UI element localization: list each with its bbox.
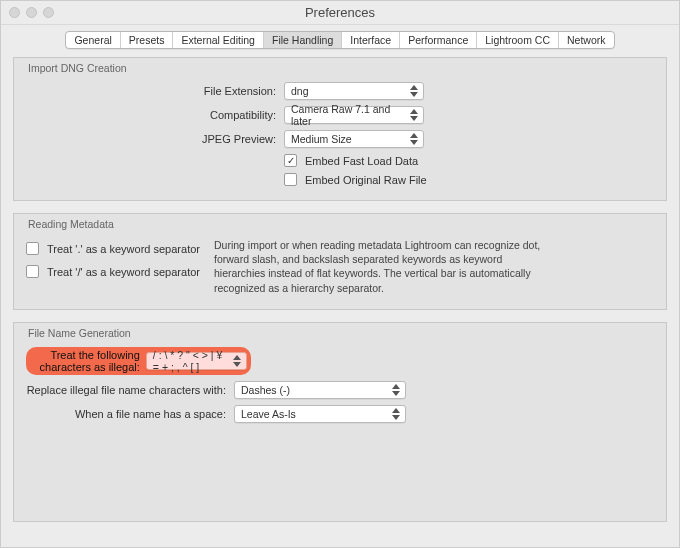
chevron-updown-icon: [407, 108, 421, 122]
chevron-updown-icon: [389, 383, 403, 397]
chevron-updown-icon: [407, 84, 421, 98]
tab-external-editing[interactable]: External Editing: [173, 32, 264, 48]
content-area: Import DNG Creation File Extension: dng …: [1, 49, 679, 530]
compatibility-label: Compatibility:: [26, 109, 276, 121]
close-icon[interactable]: [9, 7, 20, 18]
metadata-help-text: During import or when reading metadata L…: [214, 238, 554, 295]
chevron-updown-icon: [407, 132, 421, 146]
replace-chars-label: Replace illegal file name characters wit…: [26, 384, 226, 396]
treat-dot-checkbox[interactable]: [26, 242, 39, 255]
tab-group: General Presets External Editing File Ha…: [65, 31, 614, 49]
chevron-updown-icon: [389, 407, 403, 421]
file-extension-label: File Extension:: [26, 85, 276, 97]
tab-bar: General Presets External Editing File Ha…: [1, 25, 679, 49]
tab-network[interactable]: Network: [559, 32, 614, 48]
zoom-icon[interactable]: [43, 7, 54, 18]
illegal-chars-value: / : \ * ? " < > | ¥ = + ; , ^ [ ]: [153, 349, 231, 373]
panel-filenames: File Name Generation Treat the following…: [13, 322, 667, 522]
tab-presets[interactable]: Presets: [121, 32, 174, 48]
jpeg-preview-label: JPEG Preview:: [26, 133, 276, 145]
illegal-chars-label: Treat the following characters as illega…: [30, 349, 140, 373]
space-handling-label: When a file name has a space:: [26, 408, 226, 420]
panel-metadata-legend: Reading Metadata: [24, 218, 118, 230]
treat-slash-label: Treat '/' as a keyword separator: [47, 266, 200, 278]
tab-general[interactable]: General: [66, 32, 120, 48]
embed-original-label: Embed Original Raw File: [305, 174, 427, 186]
panel-dng: Import DNG Creation File Extension: dng …: [13, 57, 667, 201]
panel-metadata: Reading Metadata Treat '.' as a keyword …: [13, 213, 667, 310]
compatibility-select[interactable]: Camera Raw 7.1 and later: [284, 106, 424, 124]
panel-filenames-legend: File Name Generation: [24, 327, 135, 339]
tab-performance[interactable]: Performance: [400, 32, 477, 48]
treat-slash-checkbox[interactable]: [26, 265, 39, 278]
jpeg-preview-select[interactable]: Medium Size: [284, 130, 424, 148]
tab-file-handling[interactable]: File Handling: [264, 32, 342, 48]
panel-dng-legend: Import DNG Creation: [24, 62, 131, 74]
illegal-chars-highlight: Treat the following characters as illega…: [26, 347, 251, 375]
window-title: Preferences: [305, 5, 375, 20]
file-extension-select[interactable]: dng: [284, 82, 424, 100]
embed-fast-load-label: Embed Fast Load Data: [305, 155, 418, 167]
chevron-updown-icon: [230, 354, 244, 368]
window-controls: [9, 7, 54, 18]
illegal-chars-select[interactable]: / : \ * ? " < > | ¥ = + ; , ^ [ ]: [146, 352, 248, 370]
minimize-icon[interactable]: [26, 7, 37, 18]
file-extension-value: dng: [291, 85, 309, 97]
space-handling-select[interactable]: Leave As-Is: [234, 405, 406, 423]
space-handling-value: Leave As-Is: [241, 408, 296, 420]
replace-chars-value: Dashes (-): [241, 384, 290, 396]
compatibility-value: Camera Raw 7.1 and later: [291, 103, 407, 127]
embed-fast-load-checkbox[interactable]: [284, 154, 297, 167]
treat-dot-label: Treat '.' as a keyword separator: [47, 243, 200, 255]
preferences-window: Preferences General Presets External Edi…: [0, 0, 680, 548]
tab-interface[interactable]: Interface: [342, 32, 400, 48]
jpeg-preview-value: Medium Size: [291, 133, 352, 145]
replace-chars-select[interactable]: Dashes (-): [234, 381, 406, 399]
tab-lightroom-cc[interactable]: Lightroom CC: [477, 32, 559, 48]
titlebar: Preferences: [1, 1, 679, 25]
embed-original-checkbox[interactable]: [284, 173, 297, 186]
